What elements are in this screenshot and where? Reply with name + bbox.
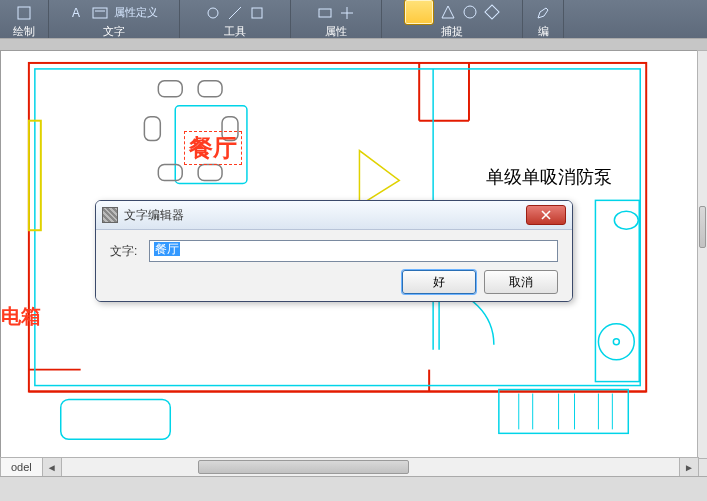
hscroll-right-arrow[interactable]: ► <box>679 458 698 476</box>
props-icon-2[interactable] <box>339 5 355 21</box>
ribbon-label-text: 文字 <box>103 25 125 37</box>
text-editor-dialog: 文字编辑器 文字: 餐厅 好 取消 <box>95 200 573 302</box>
hscroll-left-arrow[interactable]: ◄ <box>43 458 62 476</box>
tool-icon-2[interactable] <box>227 5 243 21</box>
ok-button[interactable]: 好 <box>402 270 476 294</box>
svg-rect-2 <box>93 8 107 18</box>
snap-icon-2[interactable] <box>462 4 478 20</box>
dialog-title-text: 文字编辑器 <box>124 207 184 224</box>
ribbon-label-snap: 捕捉 <box>441 25 463 37</box>
dialog-close-button[interactable] <box>526 205 566 225</box>
tool-icon-3[interactable] <box>249 5 265 21</box>
svg-rect-0 <box>18 7 30 19</box>
svg-rect-35 <box>144 117 160 141</box>
svg-text:A: A <box>72 6 80 20</box>
svg-rect-22 <box>61 399 171 439</box>
vscroll-thumb[interactable] <box>699 206 706 248</box>
hscroll-track[interactable] <box>62 458 679 476</box>
ribbon-group-tools: 工具 <box>180 0 291 38</box>
snap-main-button[interactable] <box>404 0 434 25</box>
ribbon-group-props: 属性 <box>291 0 382 38</box>
status-bar <box>0 476 707 501</box>
draw-icon[interactable] <box>16 5 32 21</box>
ribbon-label-edit: 编 <box>538 25 549 37</box>
horizontal-scrollbar: odel ◄ ► <box>0 457 699 477</box>
text-field-input[interactable]: 餐厅 <box>149 240 558 262</box>
svg-point-4 <box>208 8 218 18</box>
svg-point-32 <box>614 211 638 229</box>
edit-icon[interactable] <box>535 5 551 21</box>
ribbon-label-tools: 工具 <box>224 25 246 37</box>
ribbon: 绘制 A 属性定义 文字 工具 属性 <box>0 0 707 38</box>
ribbon-attrdef-label: 属性定义 <box>114 5 158 20</box>
ribbon-group-snap: 捕捉 <box>382 0 523 38</box>
svg-rect-38 <box>198 165 222 181</box>
svg-point-30 <box>598 324 634 360</box>
annot-pump: 单级单吸消防泵 <box>486 165 612 189</box>
ribbon-group-draw: 绘制 <box>0 0 49 38</box>
svg-rect-37 <box>158 165 182 181</box>
svg-rect-9 <box>485 5 499 19</box>
ribbon-group-text: A 属性定义 文字 <box>49 0 180 38</box>
svg-rect-5 <box>252 8 262 18</box>
ribbon-label-props: 属性 <box>325 25 347 37</box>
svg-point-8 <box>464 6 476 18</box>
snap-icon-3[interactable] <box>484 4 500 20</box>
svg-marker-7 <box>442 6 454 18</box>
svg-rect-34 <box>198 81 222 97</box>
text-field-value: 餐厅 <box>154 242 180 256</box>
tool-icon-1[interactable] <box>205 5 221 21</box>
attrdef-icon[interactable] <box>92 5 108 21</box>
ribbon-label-draw: 绘制 <box>13 25 35 37</box>
props-icon-1[interactable] <box>317 5 333 21</box>
hscroll-thumb[interactable] <box>198 460 410 474</box>
cancel-button[interactable]: 取消 <box>484 270 558 294</box>
vertical-scrollbar[interactable] <box>697 50 707 459</box>
ribbon-group-edit: 编 <box>523 0 564 38</box>
text-icon[interactable]: A <box>70 5 86 21</box>
snap-icon-1[interactable] <box>440 4 456 20</box>
annot-dining[interactable]: 餐厅 <box>184 131 242 165</box>
svg-rect-33 <box>158 81 182 97</box>
close-icon <box>541 210 551 220</box>
dialog-app-icon <box>102 207 118 223</box>
annot-box: 电箱 <box>1 303 41 330</box>
svg-rect-6 <box>319 9 331 17</box>
dialog-titlebar[interactable]: 文字编辑器 <box>96 201 572 230</box>
svg-point-31 <box>613 339 619 345</box>
text-field-label: 文字: <box>110 243 137 260</box>
model-tab[interactable]: odel <box>1 458 43 476</box>
dialog-body: 文字: 餐厅 好 取消 <box>96 230 572 302</box>
